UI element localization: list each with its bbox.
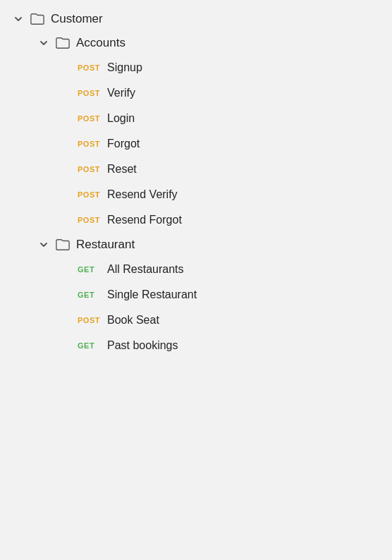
endpoint-book-seat[interactable]: POST Book Seat: [0, 308, 392, 333]
accounts-label: Accounts: [76, 36, 125, 50]
past-bookings-label: Past bookings: [107, 339, 178, 352]
restaurant-label: Restaurant: [76, 238, 135, 252]
past-bookings-method: GET: [78, 341, 100, 350]
endpoint-reset[interactable]: POST Reset: [0, 157, 392, 182]
verify-label: Verify: [107, 87, 135, 99]
restaurant-chevron: [37, 238, 51, 252]
verify-method: POST: [78, 89, 100, 97]
customer-chevron: [11, 12, 25, 26]
endpoint-past-bookings[interactable]: GET Past bookings: [0, 333, 392, 358]
forgot-label: Forgot: [107, 138, 140, 150]
book-seat-label: Book Seat: [107, 314, 159, 327]
all-restaurants-label: All Restaurants: [107, 263, 184, 276]
restaurant-folder[interactable]: Restaurant: [0, 233, 392, 257]
resend-verify-label: Resend Verify: [107, 188, 178, 201]
book-seat-method: POST: [78, 316, 100, 324]
customer-folder-icon: [30, 11, 45, 27]
resend-forgot-label: Resend Forgot: [107, 214, 182, 226]
customer-label: Customer: [51, 12, 103, 26]
restaurant-endpoints: GET All Restaurants GET Single Restauran…: [0, 257, 392, 358]
endpoint-forgot[interactable]: POST Forgot: [0, 131, 392, 157]
signup-label: Signup: [107, 61, 142, 74]
accounts-endpoints: POST Signup POST Verify POST Login POST …: [0, 55, 392, 233]
login-label: Login: [107, 112, 135, 125]
accounts-folder-icon: [55, 35, 71, 51]
endpoint-resend-forgot[interactable]: POST Resend Forgot: [0, 207, 392, 233]
api-tree: Customer Accounts POST Signup POST Verif…: [0, 0, 392, 365]
restaurant-folder-icon: [55, 237, 71, 252]
resend-forgot-method: POST: [78, 216, 100, 224]
endpoint-resend-verify[interactable]: POST Resend Verify: [0, 182, 392, 207]
endpoint-all-restaurants[interactable]: GET All Restaurants: [0, 257, 392, 282]
customer-folder[interactable]: Customer: [0, 7, 392, 31]
forgot-method: POST: [78, 140, 100, 148]
login-method: POST: [78, 114, 100, 123]
endpoint-signup[interactable]: POST Signup: [0, 55, 392, 80]
signup-method: POST: [78, 63, 100, 72]
reset-method: POST: [78, 165, 100, 174]
single-restaurant-label: Single Restaurant: [107, 288, 197, 301]
accounts-folder[interactable]: Accounts: [0, 31, 392, 55]
accounts-chevron: [37, 36, 51, 50]
endpoint-login[interactable]: POST Login: [0, 106, 392, 131]
all-restaurants-method: GET: [78, 265, 100, 274]
reset-label: Reset: [107, 163, 137, 176]
endpoint-verify[interactable]: POST Verify: [0, 80, 392, 106]
endpoint-single-restaurant[interactable]: GET Single Restaurant: [0, 282, 392, 308]
resend-verify-method: POST: [78, 190, 100, 199]
single-restaurant-method: GET: [78, 291, 100, 299]
